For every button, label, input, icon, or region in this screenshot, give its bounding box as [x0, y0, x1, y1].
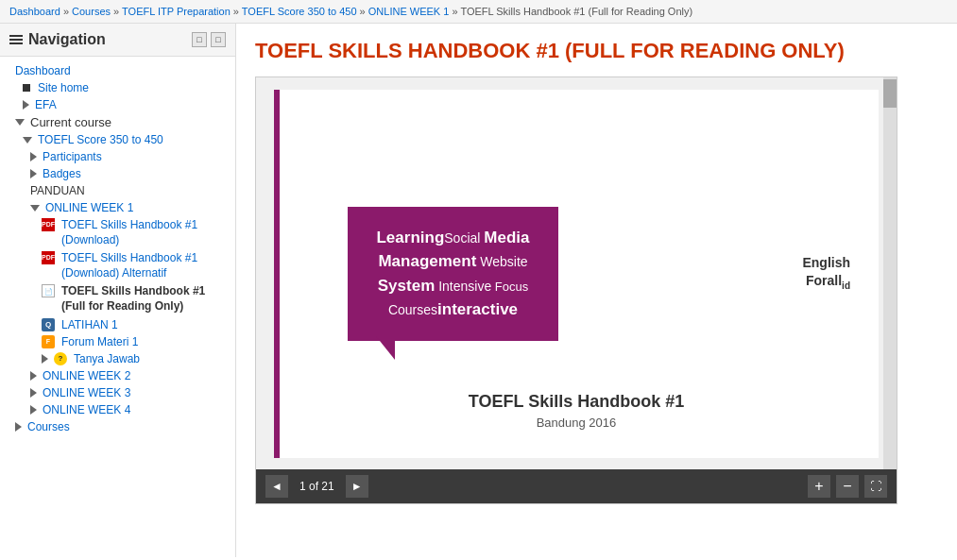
slide-left-section: LearningSocial Media Management Website … [302, 207, 604, 341]
pdf-scrollbar[interactable] [883, 77, 897, 469]
sidebar-item-badges[interactable]: Badges [0, 165, 235, 182]
sidebar-item-forum-materi[interactable]: F Forum Materi 1 [0, 333, 235, 350]
sidebar-item-handbook-download[interactable]: PDF TOEFL Skills Handbook #1 (Download) [0, 216, 235, 249]
site-home-link[interactable]: Site home [38, 81, 89, 94]
handbook-download-link[interactable]: TOEFL Skills Handbook #1 (Download) [61, 218, 228, 247]
pdf-zoom-in-btn[interactable]: + [808, 475, 830, 498]
breadcrumb: Dashboard » Courses » TOEFL ITP Preparat… [0, 0, 957, 24]
participants-link[interactable]: Participants [43, 150, 102, 163]
online-week-1-triangle [30, 205, 40, 212]
sidebar-header-left: Navigation [9, 31, 106, 48]
sidebar-item-participants[interactable]: Participants [0, 148, 235, 165]
sidebar-collapse-btn[interactable]: □ [192, 32, 207, 47]
breadcrumb-toefl-itp[interactable]: TOEFL ITP Preparation [122, 6, 231, 17]
pdf-fullscreen-btn[interactable]: ⛶ [864, 475, 887, 498]
word-cloud-text: LearningSocial Media Management Website … [376, 226, 529, 322]
sidebar-item-current-course[interactable]: Current course [0, 113, 235, 131]
sidebar-item-latihan[interactable]: Q LATIHAN 1 [0, 316, 235, 333]
breadcrumb-dashboard[interactable]: Dashboard [9, 6, 60, 17]
sidebar-item-online-week-4[interactable]: ONLINE WEEK 4 [0, 401, 235, 418]
sidebar-controls: □ □ [192, 32, 226, 47]
pdf-next-btn[interactable]: ► [346, 475, 368, 498]
tanya-triangle [42, 354, 48, 364]
latihan-link[interactable]: LATIHAN 1 [61, 318, 118, 331]
pdf-zoom-out-btn[interactable]: − [836, 475, 859, 498]
pdf-page-info: 1 of 21 [294, 480, 340, 493]
english-forall-text: English Forallid [631, 254, 850, 293]
sidebar-item-online-week-1[interactable]: ONLINE WEEK 1 [0, 199, 235, 216]
sidebar-item-panduan[interactable]: PANDUAN [0, 182, 235, 199]
pdf-scroll-thumb[interactable] [883, 79, 897, 108]
online-week-2-link[interactable]: ONLINE WEEK 2 [43, 369, 130, 382]
toefl-score-triangle [23, 137, 32, 144]
badges-triangle [30, 169, 37, 178]
word-cloud-box: LearningSocial Media Management Website … [348, 207, 557, 341]
efa-link[interactable]: EFA [35, 98, 57, 111]
breadcrumb-online-week1[interactable]: ONLINE WEEK 1 [368, 6, 450, 17]
slide-bottom-section: TOEFL Skills Handbook #1 Bandung 2016 [469, 335, 684, 430]
toefl-score-link[interactable]: TOEFL Score 350 to 450 [38, 133, 163, 146]
page-layout: Navigation □ □ Dashboard Site home EFA [0, 24, 957, 557]
handbook-download-alt-link[interactable]: TOEFL Skills Handbook #1 (Download) Alte… [61, 251, 228, 280]
sidebar: Navigation □ □ Dashboard Site home EFA [0, 24, 236, 557]
sidebar-item-courses[interactable]: Courses [0, 418, 235, 435]
pdf-toolbar-right: + − ⛶ [808, 475, 887, 498]
pdf-icon-2: PDF [42, 251, 55, 264]
pdf-content: LearningSocial Media Management Website … [256, 77, 897, 469]
sidebar-item-handbook-download-alt[interactable]: PDF TOEFL Skills Handbook #1 (Download) … [0, 249, 235, 282]
sidebar-item-site-home[interactable]: Site home [0, 79, 235, 96]
forum-materi-link[interactable]: Forum Materi 1 [61, 335, 138, 348]
breadcrumb-courses[interactable]: Courses [72, 6, 111, 17]
forum-icon: F [42, 335, 55, 348]
breadcrumb-toefl-score[interactable]: TOEFL Score 350 to 450 [242, 6, 357, 17]
slide-page: LearningSocial Media Management Website … [274, 90, 879, 458]
sidebar-item-handbook-reading[interactable]: 📄 TOEFL Skills Handbook #1 (Full for Rea… [0, 282, 235, 315]
efa-triangle [23, 100, 29, 110]
handbook-reading-label: TOEFL Skills Handbook #1 (Full for Readi… [61, 284, 228, 314]
current-course-label: Current course [30, 115, 111, 129]
pdf-toolbar: ◄ 1 of 21 ► + − ⛶ [256, 469, 897, 503]
online-week-2-triangle [30, 371, 37, 381]
pdf-icon-1: PDF [42, 218, 55, 231]
online-week-4-link[interactable]: ONLINE WEEK 4 [43, 403, 130, 416]
main-content: TOEFL SKILLS HANDBOOK #1 (FULL FOR READI… [236, 24, 957, 557]
sidebar-title: Navigation [28, 31, 106, 48]
badges-link[interactable]: Badges [43, 167, 81, 180]
online-week-3-triangle [30, 388, 37, 398]
sidebar-nav: Dashboard Site home EFA Current course T… [0, 57, 235, 441]
pdf-toolbar-left: ◄ 1 of 21 ► [265, 475, 368, 498]
sidebar-header: Navigation □ □ [0, 24, 235, 57]
tanya-icon: ? [54, 352, 67, 365]
courses-link[interactable]: Courses [27, 420, 70, 433]
online-week-4-triangle [30, 405, 37, 415]
sidebar-item-toefl-score[interactable]: TOEFL Score 350 to 450 [0, 131, 235, 148]
tanya-jawab-link[interactable]: Tanya Jawab [74, 352, 140, 365]
hamburger-icon [9, 35, 23, 44]
online-week-3-link[interactable]: ONLINE WEEK 3 [43, 386, 130, 399]
slide-bandung-year: Bandung 2016 [469, 416, 684, 430]
participants-triangle [30, 152, 37, 161]
site-home-dot [23, 84, 30, 92]
sidebar-item-dashboard[interactable]: Dashboard [0, 62, 235, 79]
word-cloud-arrow [376, 336, 395, 360]
dashboard-link[interactable]: Dashboard [15, 64, 71, 77]
courses-triangle [15, 422, 22, 432]
sidebar-item-tanya-jawab[interactable]: ? Tanya Jawab [0, 350, 235, 367]
online-week-1-link[interactable]: ONLINE WEEK 1 [45, 201, 133, 214]
sidebar-expand-btn[interactable]: □ [211, 32, 226, 47]
slide-right-section: English Forallid [631, 254, 850, 293]
page-title: TOEFL SKILLS HANDBOOK #1 (FULL FOR READI… [255, 39, 938, 63]
sidebar-item-online-week-3[interactable]: ONLINE WEEK 3 [0, 384, 235, 401]
slide-left-bar [274, 90, 280, 458]
quiz-icon: Q [42, 318, 55, 331]
page-icon: 📄 [42, 284, 55, 297]
pdf-prev-btn[interactable]: ◄ [265, 475, 288, 498]
sidebar-item-online-week-2[interactable]: ONLINE WEEK 2 [0, 367, 235, 384]
slide-handbook-title: TOEFL Skills Handbook #1 [469, 392, 684, 412]
panduan-label: PANDUAN [30, 184, 85, 197]
breadcrumb-current: TOEFL Skills Handbook #1 (Full for Readi… [460, 6, 692, 17]
pdf-viewer: LearningSocial Media Management Website … [255, 76, 897, 504]
sidebar-item-efa[interactable]: EFA [0, 96, 235, 113]
current-course-triangle [15, 119, 25, 126]
